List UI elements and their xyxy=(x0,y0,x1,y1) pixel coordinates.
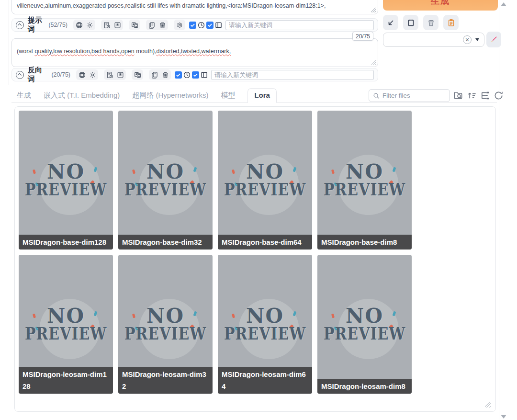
tab-generate[interactable]: 生成 xyxy=(17,91,31,100)
sort-asc-icon[interactable] xyxy=(467,91,477,101)
clock-icon[interactable] xyxy=(198,22,205,29)
tab-embedding[interactable]: 嵌入式 (T.I. Embedding) xyxy=(44,91,120,100)
negative-prompt-toolbar: 反向词 (20/75) xyxy=(11,68,378,81)
lora-cards-panel: NOPREVIEW MSIDragon-base-dim128 NOPREVIE… xyxy=(14,106,496,412)
caret-down-icon xyxy=(475,38,479,41)
extra-networks-tabs: 生成 嵌入式 (T.I. Embedding) 超网络 (Hypernetwor… xyxy=(17,88,277,103)
lora-card[interactable]: NOPREVIEW MSIDragon-base-dim128 xyxy=(19,111,113,250)
trash-icon[interactable] xyxy=(158,21,166,29)
panel-split-icon[interactable] xyxy=(215,22,222,29)
globe-icon[interactable] xyxy=(78,71,86,79)
negative-prompt-text: (worst quality,low resolution,bad hands,… xyxy=(12,39,378,57)
scrollbar-up-arrow[interactable] xyxy=(501,2,506,6)
trash-icon[interactable] xyxy=(161,71,169,79)
panel-resize-grip[interactable] xyxy=(485,402,491,408)
search-icon xyxy=(373,92,380,99)
panel-split-icon[interactable] xyxy=(201,71,208,79)
lora-card[interactable]: NOPREVIEW MSIDragon-leosam-dim128 xyxy=(19,255,113,394)
negative-token-count: (20/75) xyxy=(51,71,70,78)
lora-card[interactable]: NOPREVIEW MSIDragon-base-dim8 xyxy=(317,111,412,250)
positive-prompt-text: villeneuve,aluminum,exaggerated poses,re… xyxy=(12,0,378,11)
card-name: MSIDragon-base-dim128 xyxy=(19,235,113,250)
textarea-resize-grip[interactable] xyxy=(371,8,376,12)
lora-card[interactable]: NOPREVIEW MSIDragon-leosam-dim64 xyxy=(218,255,312,394)
no-preview-art: NOPREVIEW xyxy=(19,111,113,250)
left-column-divider xyxy=(9,0,9,85)
lora-card[interactable]: NOPREVIEW MSIDragon-base-dim64 xyxy=(218,111,312,250)
card-name: MSIDragon-base-dim32 xyxy=(118,235,213,250)
quick-actions xyxy=(383,15,459,30)
folder-search-icon[interactable] xyxy=(453,91,463,101)
openai-icon[interactable] xyxy=(176,21,183,29)
bookmark-card-icon[interactable] xyxy=(116,71,124,79)
lora-card[interactable]: NOPREVIEW MSIDragon-base-dim32 xyxy=(118,111,213,250)
paste-button[interactable] xyxy=(443,15,459,30)
collapse-chevron-icon[interactable] xyxy=(16,21,24,29)
lora-card[interactable]: NOPREVIEW MSIDragon-leosam-dim32 xyxy=(118,255,213,394)
copy-icon[interactable] xyxy=(151,71,158,79)
card-name: MSIDragon-leosam-dim32 xyxy=(118,367,213,394)
arrow-down-left-button[interactable] xyxy=(383,15,398,30)
no-preview-art: NOPREVIEW xyxy=(218,111,312,250)
collapse-chevron-icon[interactable] xyxy=(16,71,24,79)
clear-x-icon[interactable]: ✕ xyxy=(463,35,472,44)
doc-history-icon[interactable] xyxy=(103,21,111,29)
translate-icon[interactable] xyxy=(131,21,138,29)
textarea-resize-grip[interactable] xyxy=(371,60,376,65)
checkbox-checked[interactable] xyxy=(189,22,196,29)
checkbox-checked[interactable] xyxy=(206,22,214,29)
tab-lora[interactable]: Lora xyxy=(247,88,277,103)
card-name: MSIDragon-base-dim8 xyxy=(317,235,412,250)
new-keyword-input[interactable] xyxy=(225,20,374,30)
filter-files-box[interactable] xyxy=(369,89,450,102)
scrollbar-down-arrow[interactable] xyxy=(501,415,506,419)
doc-history-icon[interactable] xyxy=(106,71,113,79)
new-keyword-input[interactable] xyxy=(211,70,374,80)
card-name: MSIDragon-leosam-dim64 xyxy=(218,367,312,394)
trash-button[interactable] xyxy=(423,15,438,30)
style-select-dropdown[interactable]: ✕ xyxy=(383,33,484,47)
lora-card[interactable]: NOPREVIEW MSIDragon-leosam-dim8 xyxy=(317,255,412,394)
checkbox-checked[interactable] xyxy=(175,71,182,79)
copy-icon[interactable] xyxy=(148,21,156,29)
negative-prompt-textarea[interactable]: (worst quality,low resolution,bad hands,… xyxy=(11,38,378,67)
card-name: MSIDragon-leosam-dim128 xyxy=(19,367,113,394)
positive-prompt-label: 提示词 xyxy=(28,16,44,34)
no-preview-art: NOPREVIEW xyxy=(118,111,213,250)
globe-icon[interactable] xyxy=(75,21,83,29)
no-preview-art: NOPREVIEW xyxy=(317,111,412,250)
generate-button[interactable]: 生成 xyxy=(383,0,498,11)
filter-files-input[interactable] xyxy=(382,92,440,99)
bookmark-card-icon[interactable] xyxy=(113,21,121,29)
tree-view-icon[interactable] xyxy=(480,91,490,101)
gear-icon[interactable] xyxy=(86,21,93,29)
tab-hypernetworks[interactable]: 超网络 (Hypernetworks) xyxy=(132,91,208,100)
checkbox-checked[interactable] xyxy=(192,71,199,79)
tab-checkpoints[interactable]: 模型 xyxy=(221,91,235,100)
positive-prompt-textarea[interactable]: villeneuve,aluminum,exaggerated poses,re… xyxy=(11,0,378,14)
filter-cluster xyxy=(369,89,504,102)
positive-prompt-toolbar: 提示词 (52/75) xyxy=(11,18,378,32)
no-preview-art: NOPREVIEW xyxy=(317,255,412,394)
card-name: MSIDragon-base-dim64 xyxy=(218,235,312,250)
negative-token-badge: 20/75 xyxy=(352,32,373,41)
card-name: MSIDragon-leosam-dim8 xyxy=(317,379,412,394)
clock-icon[interactable] xyxy=(183,71,191,79)
gear-icon[interactable] xyxy=(89,71,96,79)
scrollbar-divider xyxy=(499,0,499,420)
card-grid: NOPREVIEW MSIDragon-base-dim128 NOPREVIE… xyxy=(19,111,493,394)
positive-token-count: (52/75) xyxy=(48,22,67,28)
translate-icon[interactable] xyxy=(134,71,141,79)
negative-prompt-label: 反向词 xyxy=(28,66,46,84)
notepad-button[interactable] xyxy=(403,15,418,30)
